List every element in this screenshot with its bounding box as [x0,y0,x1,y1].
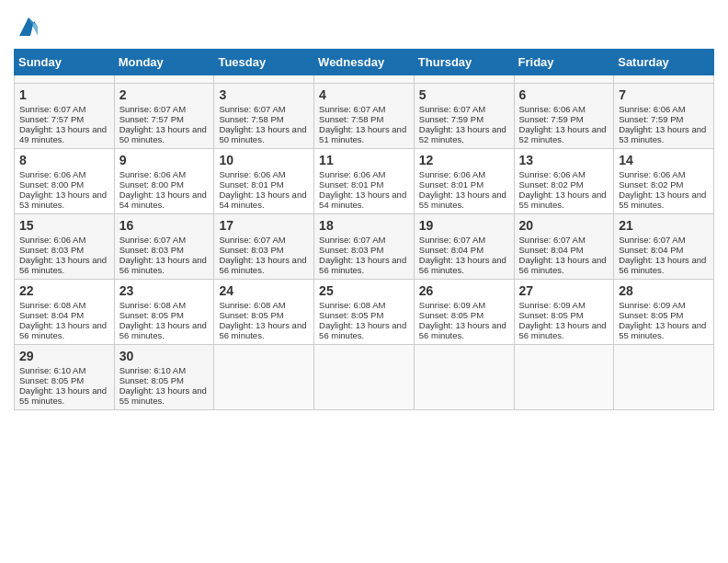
daylight-text: Daylight: 13 hours and 50 minutes. [219,124,309,144]
sunset-text: Sunset: 8:01 PM [419,179,509,190]
sunrise-text: Sunrise: 6:09 AM [519,300,609,310]
day-number: 23 [119,283,210,298]
sunset-text: Sunset: 8:04 PM [519,245,609,255]
sunset-text: Sunset: 7:57 PM [19,114,109,124]
calendar-table: SundayMondayTuesdayWednesdayThursdayFrid… [14,49,714,410]
sunset-text: Sunset: 8:03 PM [19,245,109,255]
calendar-cell [614,345,714,410]
week-row-2: 8Sunrise: 6:06 AMSunset: 8:00 PMDaylight… [15,149,714,214]
day-number: 13 [519,153,609,167]
day-header-monday: Monday [114,50,214,75]
day-number: 5 [419,87,509,102]
sunrise-text: Sunrise: 6:06 AM [519,169,609,179]
sunrise-text: Sunrise: 6:09 AM [419,300,509,310]
sunset-text: Sunset: 7:59 PM [419,114,509,124]
day-number: 8 [19,153,109,167]
day-header-wednesday: Wednesday [314,50,415,75]
day-number: 16 [119,218,210,233]
calendar-cell [214,345,314,410]
calendar-cell: 3Sunrise: 6:07 AMSunset: 7:58 PMDaylight… [214,84,314,149]
day-header-saturday: Saturday [614,50,714,75]
day-number: 9 [119,153,210,167]
calendar-cell: 6Sunrise: 6:06 AMSunset: 7:59 PMDaylight… [514,84,614,149]
day-number: 2 [119,87,210,102]
calendar-cell [414,345,514,410]
calendar-cell: 8Sunrise: 6:06 AMSunset: 8:00 PMDaylight… [15,149,115,214]
sunset-text: Sunset: 8:02 PM [619,179,709,190]
day-number: 1 [19,87,109,102]
daylight-text: Daylight: 13 hours and 53 minutes. [19,190,109,210]
calendar-cell: 4Sunrise: 6:07 AMSunset: 7:58 PMDaylight… [314,84,415,149]
sunset-text: Sunset: 7:58 PM [219,114,309,124]
sunrise-text: Sunrise: 6:07 AM [419,235,509,245]
daylight-text: Daylight: 13 hours and 56 minutes. [419,320,509,340]
daylight-text: Daylight: 13 hours and 49 minutes. [19,124,109,144]
sunrise-text: Sunrise: 6:08 AM [119,300,210,310]
sunset-text: Sunset: 8:05 PM [619,310,709,320]
calendar-cell [514,345,614,410]
daylight-text: Daylight: 13 hours and 52 minutes. [519,124,609,144]
header-row: SundayMondayTuesdayWednesdayThursdayFrid… [15,50,714,75]
calendar-cell [514,75,614,84]
calendar-cell: 26Sunrise: 6:09 AMSunset: 8:05 PMDayligh… [414,280,514,345]
calendar-cell [214,75,314,84]
week-row-1: 1Sunrise: 6:07 AMSunset: 7:57 PMDaylight… [15,84,714,149]
sunrise-text: Sunrise: 6:07 AM [19,104,109,114]
day-number: 3 [219,87,309,102]
calendar-cell: 7Sunrise: 6:06 AMSunset: 7:59 PMDaylight… [614,84,714,149]
sunrise-text: Sunrise: 6:07 AM [119,235,210,245]
day-number: 26 [419,283,509,298]
day-number: 22 [19,283,109,298]
sunrise-text: Sunrise: 6:07 AM [219,104,309,114]
sunrise-text: Sunrise: 6:09 AM [619,300,709,310]
sunset-text: Sunset: 8:03 PM [119,245,210,255]
day-number: 24 [219,283,309,298]
daylight-text: Daylight: 13 hours and 54 minutes. [119,190,210,210]
daylight-text: Daylight: 13 hours and 53 minutes. [619,124,709,144]
daylight-text: Daylight: 13 hours and 56 minutes. [119,320,210,340]
day-number: 27 [519,283,609,298]
day-number: 19 [419,218,509,233]
page-header [14,14,714,40]
calendar-cell: 16Sunrise: 6:07 AMSunset: 8:03 PMDayligh… [114,214,214,280]
sunset-text: Sunset: 8:00 PM [119,179,210,190]
sunrise-text: Sunrise: 6:06 AM [119,169,210,179]
daylight-text: Daylight: 13 hours and 56 minutes. [319,255,409,275]
sunset-text: Sunset: 8:03 PM [319,245,409,255]
calendar-cell: 22Sunrise: 6:08 AMSunset: 8:04 PMDayligh… [15,280,115,345]
calendar-cell [314,345,415,410]
calendar-cell: 5Sunrise: 6:07 AMSunset: 7:59 PMDaylight… [414,84,514,149]
week-row-4: 22Sunrise: 6:08 AMSunset: 8:04 PMDayligh… [15,280,714,345]
calendar-cell [314,75,415,84]
daylight-text: Daylight: 13 hours and 56 minutes. [19,320,109,340]
sunrise-text: Sunrise: 6:08 AM [219,300,309,310]
day-number: 15 [19,218,109,233]
sunrise-text: Sunrise: 6:06 AM [319,169,409,179]
sunset-text: Sunset: 7:59 PM [619,114,709,124]
daylight-text: Daylight: 13 hours and 55 minutes. [619,190,709,210]
week-row-0 [15,75,714,84]
daylight-text: Daylight: 13 hours and 56 minutes. [419,255,509,275]
daylight-text: Daylight: 13 hours and 56 minutes. [519,255,609,275]
daylight-text: Daylight: 13 hours and 54 minutes. [219,190,309,210]
daylight-text: Daylight: 13 hours and 56 minutes. [619,255,709,275]
day-number: 28 [619,283,709,298]
calendar-cell: 17Sunrise: 6:07 AMSunset: 8:03 PMDayligh… [214,214,314,280]
calendar-cell: 28Sunrise: 6:09 AMSunset: 8:05 PMDayligh… [614,280,714,345]
daylight-text: Daylight: 13 hours and 55 minutes. [519,190,609,210]
calendar-cell [414,75,514,84]
calendar-cell [15,75,115,84]
sunrise-text: Sunrise: 6:06 AM [19,169,109,179]
sunrise-text: Sunrise: 6:07 AM [519,235,609,245]
calendar-cell [114,75,214,84]
daylight-text: Daylight: 13 hours and 56 minutes. [519,320,609,340]
sunset-text: Sunset: 8:05 PM [119,375,210,385]
sunset-text: Sunset: 8:05 PM [219,310,309,320]
daylight-text: Daylight: 13 hours and 55 minutes. [119,385,210,406]
day-number: 29 [19,349,109,363]
sunset-text: Sunset: 8:02 PM [519,179,609,190]
calendar-cell [614,75,714,84]
daylight-text: Daylight: 13 hours and 55 minutes. [619,320,709,340]
calendar-cell: 2Sunrise: 6:07 AMSunset: 7:57 PMDaylight… [114,84,214,149]
calendar-cell: 13Sunrise: 6:06 AMSunset: 8:02 PMDayligh… [514,149,614,214]
